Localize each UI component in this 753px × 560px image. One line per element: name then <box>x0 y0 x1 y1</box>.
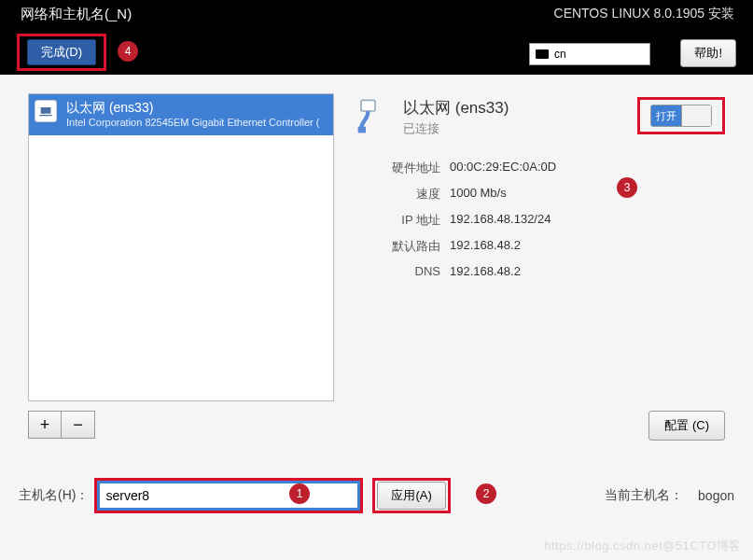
dns-value: 192.168.48.2 <box>450 264 725 278</box>
hostname-row: 主机名(H)： 应用(A) 当前主机名： bogon <box>19 478 734 513</box>
annotation-badge-4: 4 <box>118 41 138 62</box>
keyboard-layout-value: cn <box>554 48 566 61</box>
remove-device-button[interactable]: − <box>62 411 95 439</box>
done-highlight-box: 完成(D) <box>17 34 106 71</box>
hw-address-label: 硬件地址 <box>356 160 440 176</box>
hostname-label: 主机名(H)： <box>19 487 89 504</box>
toggle-on-label: 打开 <box>651 105 681 126</box>
details-status: 已连接 <box>403 120 509 137</box>
gateway-label: 默认路由 <box>356 238 440 255</box>
hostname-input-highlight-box <box>94 478 363 513</box>
hostname-input[interactable] <box>99 483 358 509</box>
svg-rect-1 <box>358 127 366 133</box>
current-hostname: 当前主机名： bogon <box>605 487 734 504</box>
annotation-badge-2: 2 <box>476 483 496 504</box>
ethernet-icon <box>35 100 57 122</box>
speed-label: 速度 <box>356 186 440 203</box>
toggle-handle <box>681 105 711 126</box>
installer-title: CENTOS LINUX 8.0.1905 安装 <box>554 6 734 22</box>
ip-address-label: IP 地址 <box>356 212 440 229</box>
current-hostname-label: 当前主机名： <box>605 487 683 504</box>
svg-rect-0 <box>361 100 375 111</box>
main-area: 以太网 (ens33) Intel Corporation 82545EM Gi… <box>0 75 753 560</box>
keyboard-icon <box>536 49 549 59</box>
details-info-grid: 硬件地址 00:0C:29:EC:0A:0D 速度 1000 Mb/s IP 地… <box>356 160 725 278</box>
annotation-badge-1: 1 <box>289 483 310 504</box>
speed-value: 1000 Mb/s <box>450 186 725 203</box>
network-device-list[interactable]: 以太网 (ens33) Intel Corporation 82545EM Gi… <box>28 93 334 401</box>
configure-button[interactable]: 配置 (C) <box>648 411 725 441</box>
apply-highlight-box: 应用(A) <box>372 478 450 513</box>
page-title: 网络和主机名(_N) <box>21 6 132 23</box>
device-title: 以太网 (ens33) <box>66 100 326 117</box>
dns-label: DNS <box>356 264 440 278</box>
help-button[interactable]: 帮助! <box>680 39 736 67</box>
watermark: https://blog.csdn.net@51CTO博客 <box>544 538 742 554</box>
connection-toggle[interactable]: 打开 <box>650 105 712 127</box>
keyboard-layout-selector[interactable]: cn <box>529 43 650 65</box>
device-subtitle: Intel Corporation 82545EM Gigabit Ethern… <box>66 117 326 128</box>
details-title: 以太网 (ens33) <box>403 97 509 119</box>
ip-address-value: 192.168.48.132/24 <box>450 212 725 229</box>
device-add-remove: + − <box>28 411 95 439</box>
apply-button[interactable]: 应用(A) <box>377 482 445 510</box>
hw-address-value: 00:0C:29:EC:0A:0D <box>450 160 725 176</box>
add-device-button[interactable]: + <box>28 411 62 439</box>
toggle-highlight-box: 打开 <box>637 97 725 134</box>
network-device-item[interactable]: 以太网 (ens33) Intel Corporation 82545EM Gi… <box>29 94 333 135</box>
ethernet-large-icon <box>356 97 394 134</box>
top-banner: 网络和主机名(_N) CENTOS LINUX 8.0.1905 安装 完成(D… <box>0 0 753 75</box>
current-hostname-value: bogon <box>698 488 734 503</box>
done-button[interactable]: 完成(D) <box>27 39 96 65</box>
gateway-value: 192.168.48.2 <box>450 238 725 255</box>
annotation-badge-3: 3 <box>617 177 637 198</box>
